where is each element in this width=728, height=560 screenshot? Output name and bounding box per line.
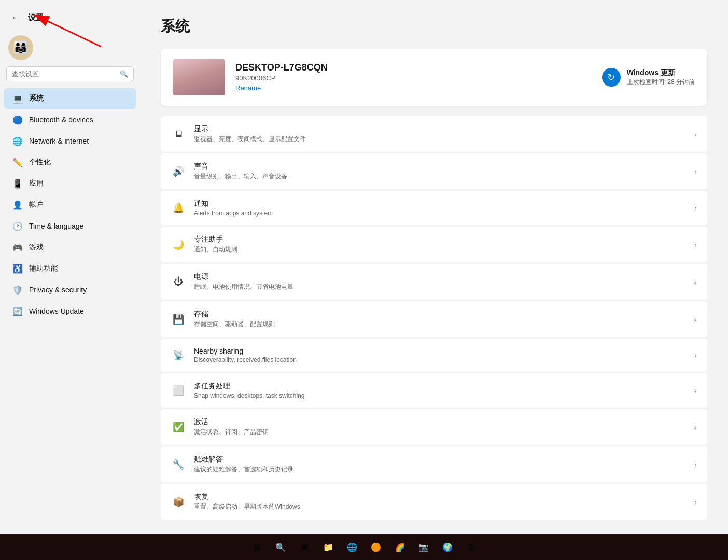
activation-settings-title: 激活 bbox=[194, 417, 686, 427]
sidebar-item-system[interactable]: 💻 系统 bbox=[4, 88, 136, 109]
device-thumbnail bbox=[173, 59, 225, 95]
taskbar-icons: ⊞🔍▣📁🌐🟠🌈📷🌍⚙ bbox=[246, 536, 482, 558]
display-settings-text: 显示 监视器、亮度、夜间模式、显示配置文件 bbox=[194, 124, 686, 144]
settings-item-display[interactable]: 🖥 显示 监视器、亮度、夜间模式、显示配置文件 › bbox=[161, 116, 707, 152]
sidebar-item-label: 应用 bbox=[29, 179, 44, 188]
sidebar-item-apps[interactable]: 📱 应用 bbox=[4, 173, 136, 194]
display-settings-sub: 监视器、亮度、夜间模式、显示配置文件 bbox=[194, 135, 686, 144]
sidebar-item-personalization[interactable]: ✏️ 个性化 bbox=[4, 152, 136, 173]
settings-item-activation[interactable]: ✅ 激活 激活状态、订阅、产品密钥 › bbox=[161, 409, 707, 445]
sidebar-title: 设置 bbox=[28, 13, 44, 23]
nearby-chevron-icon: › bbox=[694, 351, 697, 359]
settings-item-sound[interactable]: 🔊 声音 音量级别、输出、输入、声音设备 › bbox=[161, 153, 707, 189]
device-card: DESKTOP-L7G8CQN 90K20006CP Rename ↻ Wind… bbox=[161, 49, 707, 106]
nearby-settings-text: Nearby sharing Discoverability, received… bbox=[194, 347, 686, 363]
search-taskbar[interactable]: 🔍 bbox=[270, 536, 291, 558]
storage-settings-title: 存储 bbox=[194, 310, 686, 319]
settings-item-focus[interactable]: 🌙 专注助手 通知、自动规则 › bbox=[161, 227, 707, 262]
notifications-settings-text: 通知 Alerts from apps and system bbox=[194, 199, 686, 217]
sidebar-item-label: 个性化 bbox=[29, 158, 51, 167]
sidebar-item-bluetooth[interactable]: 🔵 Bluetooth & devices bbox=[4, 109, 136, 130]
apps-nav-icon: 📱 bbox=[12, 178, 23, 189]
update-nav-icon: 🔄 bbox=[12, 306, 23, 316]
sidebar-item-label: 系统 bbox=[29, 94, 44, 103]
windows-update-widget[interactable]: ↻ Windows 更新 上次检查时间: 28 分钟前 bbox=[602, 68, 695, 87]
sidebar-item-accounts[interactable]: 👤 帐户 bbox=[4, 194, 136, 215]
storage-settings-icon: 💾 bbox=[171, 312, 186, 327]
personalization-nav-icon: ✏️ bbox=[12, 157, 23, 167]
device-info: DESKTOP-L7G8CQN 90K20006CP Rename bbox=[173, 59, 328, 95]
sound-settings-icon: 🔊 bbox=[171, 164, 186, 179]
display-settings-title: 显示 bbox=[194, 124, 686, 134]
storage-settings-sub: 存储空间、驱动器、配置规则 bbox=[194, 320, 686, 329]
accessibility-nav-icon: ♿ bbox=[12, 263, 23, 274]
nav-list: 💻 系统 🔵 Bluetooth & devices 🌐 Network & i… bbox=[0, 88, 140, 322]
system-nav-icon: 💻 bbox=[12, 93, 23, 104]
sound-settings-text: 声音 音量级别、输出、输入、声音设备 bbox=[194, 162, 686, 181]
activation-chevron-icon: › bbox=[694, 423, 697, 431]
back-button[interactable]: ← bbox=[8, 10, 23, 25]
activation-settings-text: 激活 激活状态、订阅、产品密钥 bbox=[194, 417, 686, 437]
multitask-chevron-icon: › bbox=[694, 386, 697, 395]
search-icon: 🔍 bbox=[120, 70, 128, 78]
focus-settings-text: 专注助手 通知、自动规则 bbox=[194, 235, 686, 254]
multitask-settings-sub: Snap windows, desktops, task switching bbox=[194, 392, 686, 399]
power-settings-sub: 睡眠、电池使用情况、节省电池电量 bbox=[194, 283, 686, 291]
troubleshoot-settings-text: 疑难解答 建议的疑难解答、首选项和历史记录 bbox=[194, 455, 686, 474]
sidebar-item-accessibility[interactable]: ♿ 辅助功能 bbox=[4, 258, 136, 279]
multitask-settings-text: 多任务处理 Snap windows, desktops, task switc… bbox=[194, 382, 686, 399]
accounts-nav-icon: 👤 bbox=[12, 200, 23, 210]
search-box[interactable]: 🔍 bbox=[6, 66, 134, 81]
multitask-settings-icon: ⬜ bbox=[171, 383, 186, 398]
sidebar-item-network[interactable]: 🌐 Network & internet bbox=[4, 131, 136, 151]
sidebar-item-privacy[interactable]: 🛡️ Privacy & security bbox=[4, 279, 136, 300]
settings-item-nearby[interactable]: 📡 Nearby sharing Discoverability, receiv… bbox=[161, 339, 707, 372]
device-rename-link[interactable]: Rename bbox=[235, 84, 261, 92]
recovery-settings-sub: 重置、高级启动、早期版本的Windows bbox=[194, 502, 686, 511]
bluetooth-nav-icon: 🔵 bbox=[12, 115, 23, 125]
sidebar-item-label: 辅助功能 bbox=[29, 264, 58, 273]
browser[interactable]: 🌐 bbox=[341, 536, 363, 558]
settings-item-storage[interactable]: 💾 存储 存储空间、驱动器、配置规则 › bbox=[161, 301, 707, 337]
chromium[interactable]: 🟠 bbox=[365, 536, 387, 558]
sound-settings-sub: 音量级别、输出、输入、声音设备 bbox=[194, 172, 686, 181]
camera-app[interactable]: 📷 bbox=[413, 536, 435, 558]
search-input[interactable] bbox=[12, 70, 120, 78]
device-details: DESKTOP-L7G8CQN 90K20006CP Rename bbox=[235, 62, 328, 92]
time-nav-icon: 🕐 bbox=[12, 221, 23, 231]
settings-item-troubleshoot[interactable]: 🔧 疑难解答 建议的疑难解答、首选项和历史记录 › bbox=[161, 446, 707, 482]
power-settings-text: 电源 睡眠、电池使用情况、节省电池电量 bbox=[194, 272, 686, 291]
privacy-nav-icon: 🛡️ bbox=[12, 285, 23, 295]
colorful-icon[interactable]: 🌈 bbox=[389, 536, 411, 558]
troubleshoot-settings-icon: 🔧 bbox=[171, 457, 186, 472]
notifications-chevron-icon: › bbox=[694, 204, 697, 212]
update-subtitle: 上次检查时间: 28 分钟前 bbox=[627, 78, 695, 87]
update-info: Windows 更新 上次检查时间: 28 分钟前 bbox=[627, 68, 695, 87]
settings-item-multitask[interactable]: ⬜ 多任务处理 Snap windows, desktops, task swi… bbox=[161, 373, 707, 408]
file-explorer[interactable]: 📁 bbox=[317, 536, 339, 558]
settings-item-recovery[interactable]: 📦 恢复 重置、高级启动、早期版本的Windows › bbox=[161, 484, 707, 520]
sound-chevron-icon: › bbox=[694, 167, 697, 176]
sidebar-item-label: Time & language bbox=[29, 222, 83, 230]
sidebar-item-time[interactable]: 🕐 Time & language bbox=[4, 216, 136, 236]
display-chevron-icon: › bbox=[694, 130, 697, 138]
sidebar-header: ← 设置 bbox=[0, 6, 140, 33]
sidebar-item-label: Privacy & security bbox=[29, 286, 87, 294]
settings-item-power[interactable]: ⏻ 电源 睡眠、电池使用情况、节省电池电量 › bbox=[161, 264, 707, 300]
sidebar-item-gaming[interactable]: 🎮 游戏 bbox=[4, 237, 136, 258]
recovery-settings-icon: 📦 bbox=[171, 495, 186, 509]
start-button[interactable]: ⊞ bbox=[246, 536, 268, 558]
sidebar-item-label: Network & internet bbox=[29, 137, 89, 145]
maps-app[interactable]: 🌍 bbox=[437, 536, 458, 558]
focus-settings-icon: 🌙 bbox=[171, 237, 186, 252]
troubleshoot-settings-title: 疑难解答 bbox=[194, 455, 686, 464]
sidebar-item-update[interactable]: 🔄 Windows Update bbox=[4, 301, 136, 321]
settings-item-notifications[interactable]: 🔔 通知 Alerts from apps and system › bbox=[161, 191, 707, 225]
task-view[interactable]: ▣ bbox=[293, 536, 315, 558]
sidebar-item-label: Bluetooth & devices bbox=[29, 116, 93, 124]
power-settings-icon: ⏻ bbox=[171, 275, 186, 289]
multitask-settings-title: 多任务处理 bbox=[194, 382, 686, 391]
update-title: Windows 更新 bbox=[627, 68, 695, 78]
settings-app[interactable]: ⚙ bbox=[460, 536, 482, 558]
nearby-settings-sub: Discoverability, received files location bbox=[194, 356, 686, 363]
